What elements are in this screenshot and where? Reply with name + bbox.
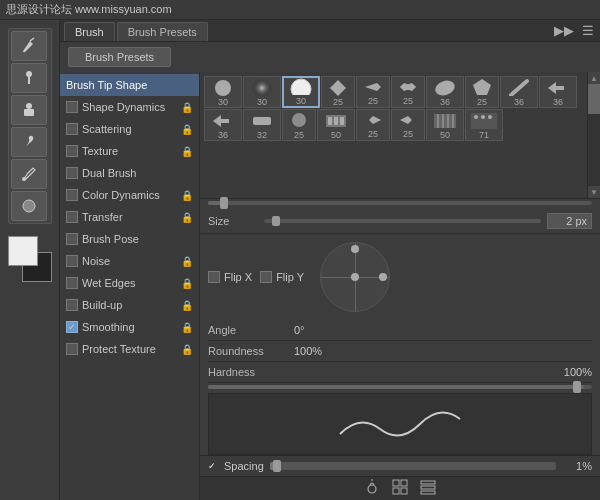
option-color-dynamics[interactable]: Color Dynamics 🔒 <box>60 184 199 206</box>
svg-line-0 <box>30 38 34 41</box>
tool-stamp[interactable] <box>11 95 47 125</box>
brush-cell[interactable]: 25 <box>356 76 390 108</box>
brush-cell[interactable]: 25 <box>391 109 425 141</box>
brush-cell[interactable]: 32 <box>243 109 281 141</box>
option-dual-brush[interactable]: Dual Brush <box>60 162 199 184</box>
brush-presets-button[interactable]: Brush Presets <box>68 47 171 67</box>
svg-rect-19 <box>340 117 344 125</box>
tool-shape[interactable] <box>11 191 47 221</box>
hardness-slider[interactable] <box>208 385 592 389</box>
size-value[interactable]: 2 px <box>547 213 592 229</box>
noise-checkbox[interactable] <box>66 255 78 267</box>
size-slider-thumb[interactable] <box>272 216 280 226</box>
svg-rect-36 <box>421 486 435 489</box>
option-scattering[interactable]: Scattering 🔒 <box>60 118 199 140</box>
flip-x-checkbox[interactable] <box>208 271 220 283</box>
svg-line-13 <box>511 81 527 95</box>
scattering-checkbox[interactable] <box>66 123 78 135</box>
lock-icon: 🔒 <box>181 102 193 113</box>
wet-edges-checkbox[interactable] <box>66 277 78 289</box>
svg-rect-18 <box>334 117 338 125</box>
menu-icon[interactable]: ☰ <box>580 23 596 38</box>
scroll-track[interactable] <box>588 84 600 186</box>
new-brush-icon[interactable] <box>364 479 380 498</box>
lock-icon-9: 🔒 <box>181 322 193 333</box>
svg-point-4 <box>26 103 32 109</box>
color-dynamics-checkbox[interactable] <box>66 189 78 201</box>
option-transfer[interactable]: Transfer 🔒 <box>60 206 199 228</box>
scroll-down-arrow[interactable]: ▼ <box>588 186 600 198</box>
transfer-checkbox[interactable] <box>66 211 78 223</box>
angle-diagram[interactable] <box>320 242 390 312</box>
edge-dot-right[interactable] <box>379 273 387 281</box>
tab-brush[interactable]: Brush <box>64 22 115 41</box>
dual-brush-checkbox[interactable] <box>66 167 78 179</box>
tool-paintbrush[interactable] <box>11 63 47 93</box>
brush-cell[interactable]: 25 <box>465 76 499 108</box>
list-view-icon[interactable] <box>420 479 436 498</box>
foreground-color-swatch[interactable] <box>8 236 38 266</box>
option-wet-edges[interactable]: Wet Edges 🔒 <box>60 272 199 294</box>
brush-cell[interactable]: 30 <box>204 76 242 108</box>
option-texture[interactable]: Texture 🔒 <box>60 140 199 162</box>
size-slider-area <box>264 219 541 223</box>
brush-cell[interactable]: 36 <box>426 76 464 108</box>
spacing-check-label[interactable]: ✓ Spacing <box>208 460 264 472</box>
spacing-slider-thumb[interactable] <box>273 460 281 472</box>
tab-brush-presets[interactable]: Brush Presets <box>117 22 208 41</box>
brush-cell[interactable]: 50 <box>317 109 355 141</box>
brush-pose-checkbox[interactable] <box>66 233 78 245</box>
tool-brush[interactable] <box>11 31 47 61</box>
flip-y-label[interactable]: Flip Y <box>260 271 304 283</box>
svg-point-27 <box>481 115 485 119</box>
collapse-icon[interactable]: ▶▶ <box>552 23 576 38</box>
svg-rect-32 <box>401 480 407 486</box>
brush-grid-scrollbar[interactable]: ▲ ▼ <box>587 72 600 198</box>
flip-y-checkbox[interactable] <box>260 271 272 283</box>
brush-cell[interactable]: 36 <box>500 76 538 108</box>
spacing-checkbox[interactable]: ✓ <box>208 461 216 471</box>
lock-icon-10: 🔒 <box>181 344 193 355</box>
brush-cell[interactable]: 25 <box>321 76 355 108</box>
option-shape-dynamics[interactable]: Shape Dynamics 🔒 <box>60 96 199 118</box>
size-slider[interactable] <box>264 219 541 223</box>
protect-texture-checkbox[interactable] <box>66 343 78 355</box>
brush-cell[interactable]: 36 <box>539 76 577 108</box>
option-smoothing[interactable]: ✓ Smoothing 🔒 <box>60 316 199 338</box>
brush-cell[interactable]: 36 <box>204 109 242 141</box>
brush-cell[interactable]: 30 <box>243 76 281 108</box>
hardness-slider-thumb[interactable] <box>573 381 581 393</box>
tool-smudge[interactable] <box>11 127 47 157</box>
tool-pen[interactable] <box>11 159 47 189</box>
texture-checkbox[interactable] <box>66 145 78 157</box>
brush-cell[interactable]: 50 <box>426 109 464 141</box>
option-buildup[interactable]: Build-up 🔒 <box>60 294 199 316</box>
brush-cell-selected[interactable]: 30 <box>282 76 320 108</box>
left-toolbar <box>0 20 60 500</box>
option-brush-tip-shape[interactable]: Brush Tip Shape <box>60 74 199 96</box>
edge-dot-top[interactable] <box>351 245 359 253</box>
flip-x-label[interactable]: Flip X <box>208 271 252 283</box>
brush-cell[interactable]: 25 <box>391 76 425 108</box>
svg-marker-12 <box>473 79 491 95</box>
grid-view-icon[interactable] <box>392 479 408 498</box>
scroll-up-arrow[interactable]: ▲ <box>588 72 600 84</box>
spacing-slider[interactable] <box>270 462 556 470</box>
option-noise[interactable]: Noise 🔒 <box>60 250 199 272</box>
roundness-value: 100% <box>294 345 322 357</box>
brush-cell[interactable]: 71 <box>465 109 503 141</box>
brush-cell[interactable]: 25 <box>356 109 390 141</box>
svg-rect-33 <box>393 488 399 494</box>
range-slider-thumb-left[interactable] <box>220 197 228 209</box>
buildup-checkbox[interactable] <box>66 299 78 311</box>
brush-cell[interactable]: 25 <box>282 109 316 141</box>
option-protect-texture[interactable]: Protect Texture 🔒 <box>60 338 199 360</box>
range-slider[interactable] <box>208 201 592 205</box>
lock-icon-6: 🔒 <box>181 256 193 267</box>
svg-point-29 <box>368 485 376 493</box>
lock-icon-5: 🔒 <box>181 212 193 223</box>
scroll-thumb[interactable] <box>588 84 600 114</box>
option-brush-pose[interactable]: Brush Pose <box>60 228 199 250</box>
shape-dynamics-checkbox[interactable] <box>66 101 78 113</box>
smoothing-checkbox[interactable]: ✓ <box>66 321 78 333</box>
